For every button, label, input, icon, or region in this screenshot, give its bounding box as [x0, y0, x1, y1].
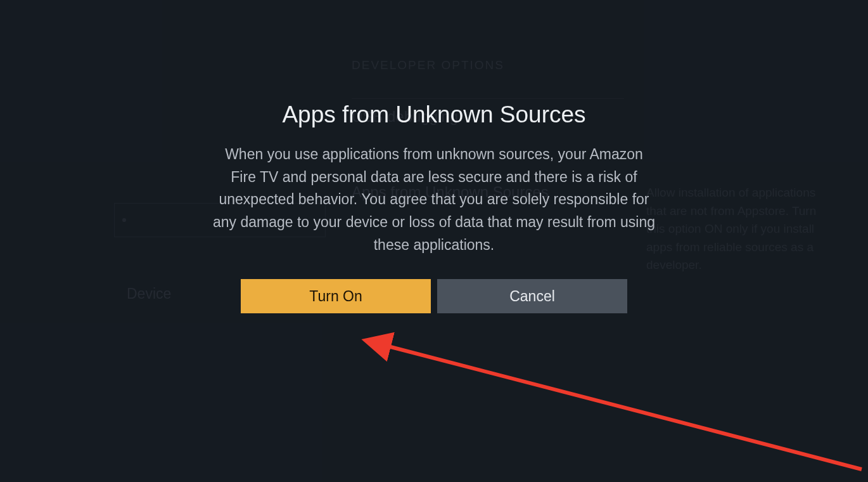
turn-on-button[interactable]: Turn On	[241, 279, 431, 313]
cancel-button[interactable]: Cancel	[437, 279, 627, 313]
dialog-title: Apps from Unknown Sources	[193, 101, 675, 128]
dialog-body: When you use applications from unknown s…	[212, 143, 656, 256]
unknown-sources-dialog: Apps from Unknown Sources When you use a…	[193, 101, 675, 313]
modal-overlay: Apps from Unknown Sources When you use a…	[0, 0, 868, 482]
dialog-button-row: Turn On Cancel	[193, 279, 675, 313]
